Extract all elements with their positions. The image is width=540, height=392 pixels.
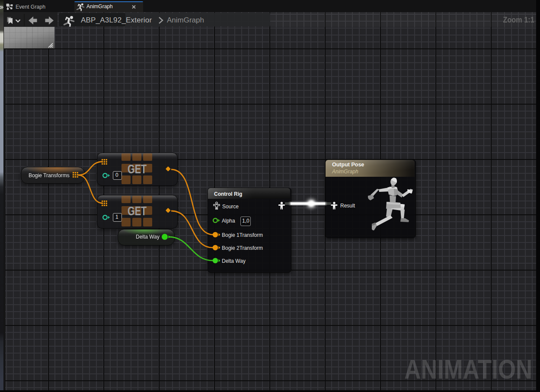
svg-text:GET: GET xyxy=(128,204,147,218)
svg-text:GET: GET xyxy=(128,162,147,176)
